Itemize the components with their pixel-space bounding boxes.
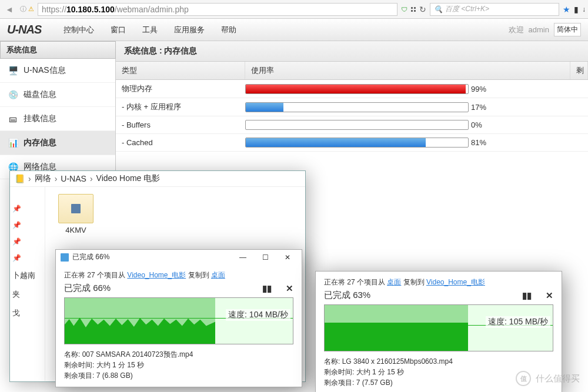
folder-label: 4KMV xyxy=(52,226,99,234)
items-remaining: 7 (7.57 GB) xyxy=(356,378,393,387)
col-remain[interactable]: 剩 xyxy=(570,62,588,79)
browser-toolbar: ◄ ⓘ⚠ https://10.180.5.100/webman/admin.p… xyxy=(0,0,588,19)
dest-link[interactable]: 桌面 xyxy=(211,271,225,279)
pin-icon[interactable]: 📌 xyxy=(12,254,21,262)
cancel-button[interactable]: ✕ xyxy=(286,283,293,294)
table-row: 物理内存 99% xyxy=(116,80,588,98)
usage-bar: 81% xyxy=(245,138,588,148)
bookmark-icon[interactable]: ▮ xyxy=(574,5,579,14)
bc-video[interactable]: Video Home 电影 xyxy=(96,173,161,184)
side-text: 卜越南 xyxy=(12,270,35,281)
speed-label: 速度: 104 MB/秒 xyxy=(226,309,290,321)
file-name: 007 SAMSARA 20140723预告.mp4 xyxy=(82,350,193,359)
sidebar-item-unas[interactable]: 🖥️ U-NAS信息 xyxy=(0,59,115,83)
items-remaining: 7 (6.88 GB) xyxy=(96,371,133,380)
time-remaining: 大约 1 分 15 秒 xyxy=(356,368,404,376)
usage-pct: 81% xyxy=(471,138,486,147)
apps-icon[interactable] xyxy=(411,7,416,12)
menu-control[interactable]: 控制中心 xyxy=(55,25,102,35)
sidebar-title: 系统信息 xyxy=(0,41,116,59)
usage-bar: 17% xyxy=(245,102,588,112)
usage-bar: 0% xyxy=(245,120,588,130)
content-title: 系统信息 : 内存信息 xyxy=(116,41,588,62)
sidebar-label: 内存信息 xyxy=(24,138,56,148)
usage-pct: 0% xyxy=(471,120,482,129)
mount-icon: 🖴 xyxy=(7,113,19,125)
folder-item[interactable]: 4KMV xyxy=(52,194,99,234)
url-scheme: https:// xyxy=(42,5,66,14)
pin-icon[interactable]: 📌 xyxy=(12,237,21,246)
logo: U-NAS xyxy=(7,23,41,36)
nas-icon: 🖥️ xyxy=(7,65,19,76)
source-link[interactable]: Video_Home_电影 xyxy=(127,271,186,279)
source-link[interactable]: 桌面 xyxy=(387,278,401,286)
col-usage[interactable]: 使用率 xyxy=(245,62,570,79)
maximize-button[interactable]: ☐ xyxy=(256,253,275,262)
pause-button[interactable]: ▮▮ xyxy=(522,290,532,301)
usage-pct: 17% xyxy=(471,103,486,112)
watermark-badge: 值 xyxy=(516,371,531,386)
search-input[interactable]: 🔍 百度 <Ctrl+K> xyxy=(430,3,559,16)
url-path: /webman/admin.php xyxy=(115,5,189,14)
progress-text: 已完成 66% ▮▮ ✕ xyxy=(64,283,293,294)
copy-info: 正在将 27 个项目从 Video_Home_电影 复制到 桌面 xyxy=(64,270,293,280)
pin-icon[interactable]: 📌 xyxy=(12,205,21,213)
url-host: 10.180.5.100 xyxy=(66,5,115,14)
reload-icon[interactable]: ↻ xyxy=(419,5,426,14)
close-button[interactable]: ✕ xyxy=(278,253,297,262)
menu-services[interactable]: 应用服务 xyxy=(166,25,213,35)
dest-link[interactable]: Video_Home_电影 xyxy=(426,278,485,286)
cancel-button[interactable]: ✕ xyxy=(546,290,553,301)
explorer-sidebar: 📌 📌 📌 📌 卜越南 夹 戈 xyxy=(10,187,45,381)
copy-dialog-1[interactable]: 已完成 66% — ☐ ✕ 正在将 27 个项目从 Video_Home_电影 … xyxy=(55,249,302,387)
bc-network[interactable]: 网络 xyxy=(35,173,51,184)
search-placeholder: 百度 <Ctrl+K> xyxy=(445,4,489,14)
menu-window[interactable]: 窗口 xyxy=(102,25,134,35)
folder-icon xyxy=(58,194,93,223)
speed-graph: 速度: 105 MB/秒 xyxy=(324,304,553,351)
shield-icon[interactable]: 🛡 xyxy=(401,6,407,13)
usage-bar: 99% xyxy=(245,84,588,94)
table-row: - Buffers 0% xyxy=(116,116,588,134)
download-icon[interactable]: ↓ xyxy=(582,5,586,14)
sidebar-item-disk[interactable]: 💿 磁盘信息 xyxy=(0,83,115,107)
row-label: - Cached xyxy=(116,138,245,147)
back-icon[interactable]: ◄ xyxy=(2,2,16,16)
side-text: 戈 xyxy=(12,308,20,319)
sidebar-item-memory[interactable]: 📊 内存信息 xyxy=(0,131,115,155)
star-icon[interactable]: ★ xyxy=(563,5,570,14)
address-bar[interactable]: https://10.180.5.100/webman/admin.php xyxy=(38,3,397,16)
sidebar-label: 磁盘信息 xyxy=(24,89,56,100)
security-badge[interactable]: ⓘ⚠ xyxy=(20,5,34,14)
dialog-titlebar[interactable]: 已完成 66% — ☐ ✕ xyxy=(56,250,302,264)
speed-graph: 速度: 104 MB/秒 xyxy=(64,297,293,344)
bc-unas[interactable]: U-NAS xyxy=(61,174,86,183)
col-type[interactable]: 类型 xyxy=(116,62,245,79)
table-row: - 内核 + 应用程序 17% xyxy=(116,98,588,116)
minimize-button[interactable]: — xyxy=(233,253,252,262)
computer-icon[interactable]: 📒 xyxy=(15,174,25,183)
language-select[interactable]: 简体中 xyxy=(554,23,581,36)
bc-sep: › xyxy=(28,174,31,183)
usage-pct: 99% xyxy=(471,85,486,93)
sidebar-item-mount[interactable]: 🖴 挂载信息 xyxy=(0,107,115,131)
disk-icon: 💿 xyxy=(7,89,19,100)
app-menubar: U-NAS 控制中心 窗口 工具 应用服务 帮助 欢迎 admin 简体中 xyxy=(0,19,588,41)
row-label: - 内核 + 应用程序 xyxy=(116,102,245,112)
menu-help[interactable]: 帮助 xyxy=(213,25,245,35)
memory-icon: 📊 xyxy=(7,137,19,149)
table-header: 类型 使用率 剩 xyxy=(116,62,588,80)
copy-info: 正在将 27 个项目从 桌面 复制到 Video_Home_电影 xyxy=(324,277,553,287)
pause-button[interactable]: ▮▮ xyxy=(262,283,272,294)
progress-text: 已完成 63% ▮▮ ✕ xyxy=(324,290,553,301)
row-label: 物理内存 xyxy=(116,83,245,94)
pin-icon[interactable]: 📌 xyxy=(12,221,21,229)
dialog-body: 正在将 27 个项目从 Video_Home_电影 复制到 桌面 已完成 66%… xyxy=(56,264,302,387)
welcome-label: 欢迎 admin xyxy=(509,25,549,35)
search-icon: 🔍 xyxy=(434,5,443,14)
watermark-text: 什么值得买 xyxy=(536,373,580,384)
menu-tools[interactable]: 工具 xyxy=(134,25,166,35)
sidebar-label: 挂载信息 xyxy=(24,113,56,124)
breadcrumb[interactable]: 📒 › 网络 › U-NAS › Video Home 电影 xyxy=(10,171,305,187)
speed-label: 速度: 105 MB/秒 xyxy=(486,316,550,328)
